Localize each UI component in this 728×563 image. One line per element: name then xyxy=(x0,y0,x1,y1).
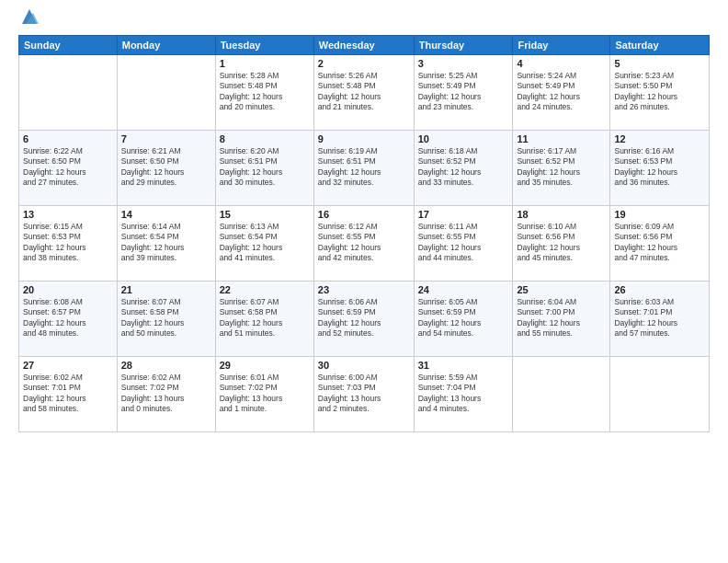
calendar-cell: 12Sunrise: 6:16 AM Sunset: 6:53 PM Dayli… xyxy=(610,131,710,206)
day-info: Sunrise: 6:19 AM Sunset: 6:51 PM Dayligh… xyxy=(318,146,410,189)
calendar-cell: 10Sunrise: 6:18 AM Sunset: 6:52 PM Dayli… xyxy=(414,131,513,206)
calendar-cell: 9Sunrise: 6:19 AM Sunset: 6:51 PM Daylig… xyxy=(313,131,414,206)
day-number: 5 xyxy=(614,58,705,69)
day-number: 29 xyxy=(220,360,310,371)
page: SundayMondayTuesdayWednesdayThursdayFrid… xyxy=(0,0,728,563)
day-info: Sunrise: 5:28 AM Sunset: 5:48 PM Dayligh… xyxy=(220,71,310,113)
day-number: 24 xyxy=(418,284,509,295)
day-info: Sunrise: 6:10 AM Sunset: 6:56 PM Dayligh… xyxy=(517,222,606,264)
day-number: 22 xyxy=(220,284,310,295)
day-number: 3 xyxy=(418,58,509,69)
day-info: Sunrise: 6:00 AM Sunset: 7:03 PM Dayligh… xyxy=(318,373,410,415)
calendar-cell: 11Sunrise: 6:17 AM Sunset: 6:52 PM Dayli… xyxy=(513,131,610,206)
day-number: 27 xyxy=(23,360,113,371)
day-info: Sunrise: 6:06 AM Sunset: 6:59 PM Dayligh… xyxy=(318,297,410,339)
day-info: Sunrise: 5:25 AM Sunset: 5:49 PM Dayligh… xyxy=(418,71,509,113)
day-info: Sunrise: 6:01 AM Sunset: 7:02 PM Dayligh… xyxy=(220,373,310,415)
calendar-cell: 6Sunrise: 6:22 AM Sunset: 6:50 PM Daylig… xyxy=(19,131,118,206)
day-number: 31 xyxy=(418,360,509,371)
day-info: Sunrise: 5:26 AM Sunset: 5:48 PM Dayligh… xyxy=(318,71,410,113)
day-number: 25 xyxy=(517,284,606,295)
day-number: 14 xyxy=(121,209,211,220)
calendar-cell: 15Sunrise: 6:13 AM Sunset: 6:54 PM Dayli… xyxy=(215,206,313,282)
day-number: 13 xyxy=(23,209,113,220)
day-info: Sunrise: 6:20 AM Sunset: 6:51 PM Dayligh… xyxy=(220,146,310,189)
weekday-header-sunday: Sunday xyxy=(19,36,118,55)
day-number: 30 xyxy=(318,360,410,371)
calendar-body: 1Sunrise: 5:28 AM Sunset: 5:48 PM Daylig… xyxy=(19,55,710,432)
day-number: 7 xyxy=(121,133,211,144)
day-info: Sunrise: 6:09 AM Sunset: 6:56 PM Dayligh… xyxy=(614,222,705,264)
calendar-cell: 14Sunrise: 6:14 AM Sunset: 6:54 PM Dayli… xyxy=(117,206,215,282)
day-number: 10 xyxy=(418,133,509,144)
calendar-cell: 22Sunrise: 6:07 AM Sunset: 6:58 PM Dayli… xyxy=(215,282,313,357)
week-row-5: 27Sunrise: 6:02 AM Sunset: 7:01 PM Dayli… xyxy=(19,357,710,432)
day-info: Sunrise: 6:16 AM Sunset: 6:53 PM Dayligh… xyxy=(614,146,705,189)
day-info: Sunrise: 6:03 AM Sunset: 7:01 PM Dayligh… xyxy=(614,297,705,339)
day-info: Sunrise: 5:24 AM Sunset: 5:49 PM Dayligh… xyxy=(517,71,606,113)
day-number: 8 xyxy=(220,133,310,144)
calendar-cell: 17Sunrise: 6:11 AM Sunset: 6:55 PM Dayli… xyxy=(414,206,513,282)
calendar-cell: 21Sunrise: 6:07 AM Sunset: 6:58 PM Dayli… xyxy=(117,282,215,357)
day-info: Sunrise: 6:04 AM Sunset: 7:00 PM Dayligh… xyxy=(517,297,606,339)
weekday-header-thursday: Thursday xyxy=(414,36,513,55)
calendar-cell: 20Sunrise: 6:08 AM Sunset: 6:57 PM Dayli… xyxy=(19,282,118,357)
weekday-header-friday: Friday xyxy=(513,36,610,55)
calendar-cell: 29Sunrise: 6:01 AM Sunset: 7:02 PM Dayli… xyxy=(215,357,313,432)
week-row-2: 6Sunrise: 6:22 AM Sunset: 6:50 PM Daylig… xyxy=(19,131,710,206)
calendar-cell: 7Sunrise: 6:21 AM Sunset: 6:50 PM Daylig… xyxy=(117,131,215,206)
day-number: 16 xyxy=(318,209,410,220)
calendar-cell: 23Sunrise: 6:06 AM Sunset: 6:59 PM Dayli… xyxy=(313,282,414,357)
calendar-cell: 3Sunrise: 5:25 AM Sunset: 5:49 PM Daylig… xyxy=(414,55,513,131)
day-info: Sunrise: 6:11 AM Sunset: 6:55 PM Dayligh… xyxy=(418,222,509,264)
day-info: Sunrise: 6:18 AM Sunset: 6:52 PM Dayligh… xyxy=(418,146,509,189)
week-row-4: 20Sunrise: 6:08 AM Sunset: 6:57 PM Dayli… xyxy=(19,282,710,357)
day-number: 18 xyxy=(517,209,606,220)
day-info: Sunrise: 5:23 AM Sunset: 5:50 PM Dayligh… xyxy=(614,71,705,113)
weekday-header-wednesday: Wednesday xyxy=(313,36,414,55)
day-number: 23 xyxy=(318,284,410,295)
day-info: Sunrise: 5:59 AM Sunset: 7:04 PM Dayligh… xyxy=(418,373,509,415)
calendar-cell: 30Sunrise: 6:00 AM Sunset: 7:03 PM Dayli… xyxy=(313,357,414,432)
day-number: 28 xyxy=(121,360,211,371)
day-info: Sunrise: 6:07 AM Sunset: 6:58 PM Dayligh… xyxy=(121,297,211,339)
day-info: Sunrise: 6:02 AM Sunset: 7:01 PM Dayligh… xyxy=(23,373,113,415)
calendar-cell xyxy=(610,357,710,432)
calendar-header: SundayMondayTuesdayWednesdayThursdayFrid… xyxy=(19,36,710,55)
weekday-header-tuesday: Tuesday xyxy=(215,36,313,55)
day-info: Sunrise: 6:14 AM Sunset: 6:54 PM Dayligh… xyxy=(121,222,211,264)
calendar-cell: 1Sunrise: 5:28 AM Sunset: 5:48 PM Daylig… xyxy=(215,55,313,131)
calendar-cell: 27Sunrise: 6:02 AM Sunset: 7:01 PM Dayli… xyxy=(19,357,118,432)
day-number: 17 xyxy=(418,209,509,220)
day-number: 21 xyxy=(121,284,211,295)
weekday-row: SundayMondayTuesdayWednesdayThursdayFrid… xyxy=(19,36,710,55)
logo xyxy=(18,15,39,26)
day-number: 6 xyxy=(23,133,113,144)
day-number: 11 xyxy=(517,133,606,144)
calendar-cell: 19Sunrise: 6:09 AM Sunset: 6:56 PM Dayli… xyxy=(610,206,710,282)
calendar-cell xyxy=(513,357,610,432)
day-info: Sunrise: 6:13 AM Sunset: 6:54 PM Dayligh… xyxy=(220,222,310,264)
day-info: Sunrise: 6:21 AM Sunset: 6:50 PM Dayligh… xyxy=(121,146,211,189)
calendar-cell: 25Sunrise: 6:04 AM Sunset: 7:00 PM Dayli… xyxy=(513,282,610,357)
calendar-cell: 28Sunrise: 6:02 AM Sunset: 7:02 PM Dayli… xyxy=(117,357,215,432)
calendar-cell: 2Sunrise: 5:26 AM Sunset: 5:48 PM Daylig… xyxy=(313,55,414,131)
day-info: Sunrise: 6:05 AM Sunset: 6:59 PM Dayligh… xyxy=(418,297,509,339)
day-info: Sunrise: 6:07 AM Sunset: 6:58 PM Dayligh… xyxy=(220,297,310,339)
day-info: Sunrise: 6:12 AM Sunset: 6:55 PM Dayligh… xyxy=(318,222,410,264)
calendar-cell xyxy=(19,55,118,131)
calendar-cell: 24Sunrise: 6:05 AM Sunset: 6:59 PM Dayli… xyxy=(414,282,513,357)
calendar-cell: 13Sunrise: 6:15 AM Sunset: 6:53 PM Dayli… xyxy=(19,206,118,282)
day-number: 19 xyxy=(614,209,705,220)
header xyxy=(18,15,710,26)
day-number: 15 xyxy=(220,209,310,220)
day-number: 20 xyxy=(23,284,113,295)
day-info: Sunrise: 6:15 AM Sunset: 6:53 PM Dayligh… xyxy=(23,222,113,264)
day-info: Sunrise: 6:02 AM Sunset: 7:02 PM Dayligh… xyxy=(121,373,211,415)
calendar-cell: 4Sunrise: 5:24 AM Sunset: 5:49 PM Daylig… xyxy=(513,55,610,131)
weekday-header-saturday: Saturday xyxy=(610,36,710,55)
week-row-3: 13Sunrise: 6:15 AM Sunset: 6:53 PM Dayli… xyxy=(19,206,710,282)
day-number: 2 xyxy=(318,58,410,69)
weekday-header-monday: Monday xyxy=(117,36,215,55)
day-number: 9 xyxy=(318,133,410,144)
